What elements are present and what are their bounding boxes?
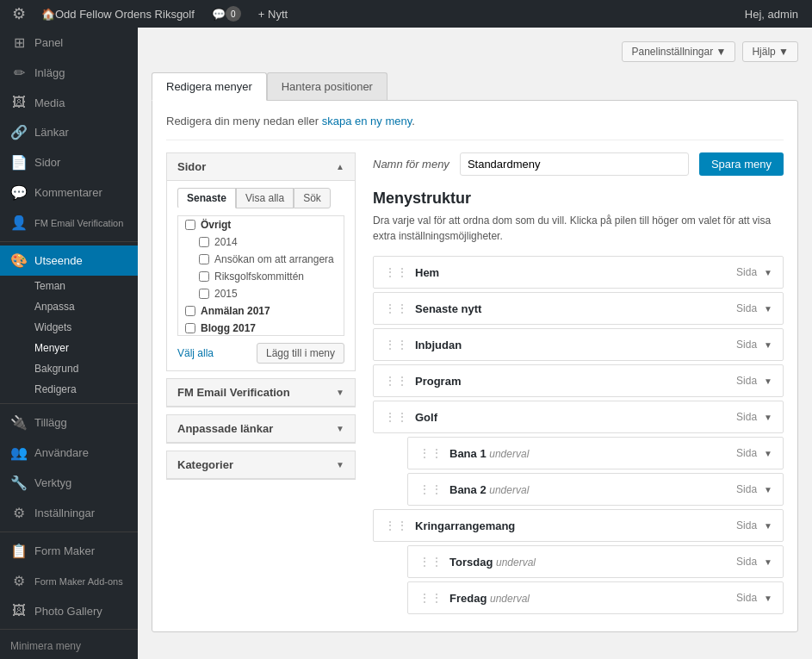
submenu-menyer[interactable]: Menyer xyxy=(0,338,138,358)
fredag-chevron[interactable]: ▼ xyxy=(764,594,772,603)
menu-item-fredag: ⋮⋮ Fredag underval Sida ▼ xyxy=(407,581,784,614)
bana1-chevron[interactable]: ▼ xyxy=(764,449,772,458)
sidebar-item-media[interactable]: 🖼 Media xyxy=(0,88,138,117)
drag-handle[interactable]: ⋮⋮ xyxy=(384,374,408,388)
list-item: Blogg 2017 xyxy=(178,320,344,336)
help-button[interactable]: Hjälp ▼ xyxy=(742,41,798,62)
tab-visa-alla[interactable]: Visa alla xyxy=(236,188,294,208)
tab-sok[interactable]: Sök xyxy=(294,188,331,208)
inbjudan-chevron[interactable]: ▼ xyxy=(764,340,772,350)
create-menu-link[interactable]: skapa en ny meny xyxy=(322,115,412,127)
sidor-list: Övrigt 2014 Ansökan om att arrangera xyxy=(177,215,344,336)
tab-hantera[interactable]: Hantera positioner xyxy=(267,72,387,100)
list-item: Övrigt xyxy=(178,216,344,233)
list-item: Anmälan 2017 xyxy=(178,302,344,320)
form-maker-addons-icon: ⚙ xyxy=(10,573,28,589)
torsdag-chevron[interactable]: ▼ xyxy=(764,557,772,567)
hem-chevron[interactable]: ▼ xyxy=(764,268,772,277)
tab-redigera[interactable]: Redigera menyer xyxy=(152,72,267,101)
menu-item-program: ⋮⋮ Program Sida ▼ xyxy=(373,364,784,397)
anpassade-section-header[interactable]: Anpassade länkar ▼ xyxy=(167,415,355,443)
list-item: 2014 xyxy=(178,233,344,251)
sidor-tabs: Senaste Visa alla Sök xyxy=(177,188,344,208)
drag-handle[interactable]: ⋮⋮ xyxy=(384,302,408,315)
adminbar-greeting[interactable]: Hej, admin xyxy=(738,0,805,28)
submenu-teman[interactable]: Teman xyxy=(0,276,138,296)
sidebar-item-tillagg[interactable]: 🔌 Tillägg xyxy=(0,407,138,438)
notice-text: Redigera din meny nedan eller skapa en n… xyxy=(166,115,784,127)
tab-senaste[interactable]: Senaste xyxy=(177,188,236,208)
admin-bar: ⚙ 🏠 Odd Fellow Ordens Riksgolf 💬 0 + Nyt… xyxy=(0,0,812,28)
menu-structure-desc: Dra varje val för att ordna dom som du v… xyxy=(373,213,784,244)
select-all-link[interactable]: Välj alla xyxy=(177,347,214,359)
save-menu-button[interactable]: Spara meny xyxy=(699,152,784,176)
ansokan-checkbox[interactable] xyxy=(199,254,209,264)
adminbar-right: Hej, admin xyxy=(738,0,805,28)
sidebar-item-fm-email[interactable]: 👤 FM Email Verification xyxy=(0,208,138,238)
drag-handle[interactable]: ⋮⋮ xyxy=(384,410,408,424)
add-to-menu-button[interactable]: Lägg till i meny xyxy=(257,343,344,364)
menu-items-list: ⋮⋮ Hem Sida ▼ ⋮⋮ Senaste nytt xyxy=(373,256,784,614)
anpassade-section: Anpassade länkar ▼ xyxy=(166,414,356,444)
adminbar-site-name[interactable]: 🏠 Odd Fellow Ordens Riksgolf xyxy=(34,0,201,28)
menu-sep-2 xyxy=(0,403,138,404)
menu-sep-4 xyxy=(0,629,138,630)
submenu-anpassa[interactable]: Anpassa xyxy=(0,296,138,317)
anmalan-checkbox[interactable] xyxy=(185,306,195,316)
adminbar-new[interactable]: + Nytt xyxy=(251,0,294,28)
adminbar-comments[interactable]: 💬 0 xyxy=(205,0,248,28)
sidebar-item-installningar[interactable]: ⚙ Inställningar xyxy=(0,498,138,528)
2015-checkbox[interactable] xyxy=(199,289,209,299)
program-chevron[interactable]: ▼ xyxy=(764,376,772,386)
menu-sep-1 xyxy=(0,241,138,242)
sidebar-item-kommentarer[interactable]: 💬 Kommentarer xyxy=(0,177,138,208)
drag-handle[interactable]: ⋮⋮ xyxy=(384,338,408,351)
blogg-checkbox[interactable] xyxy=(185,323,195,333)
drag-handle[interactable]: ⋮⋮ xyxy=(384,519,408,532)
menu-name-row: Namn för meny Spara meny xyxy=(373,152,784,176)
media-icon: 🖼 xyxy=(10,95,28,110)
sidebar-item-anvandare[interactable]: 👥 Användare xyxy=(0,438,138,468)
sidebar-item-lankar[interactable]: 🔗 Länkar xyxy=(0,117,138,147)
ovrigt-checkbox[interactable] xyxy=(185,220,195,230)
top-toolbar: Panelinställningar ▼ Hjälp ▼ xyxy=(152,41,798,62)
photo-gallery-icon: 🖼 xyxy=(10,603,28,619)
sidebar-item-panel[interactable]: ⊞ Panel xyxy=(0,28,138,58)
sidebar-item-form-maker-addons[interactable]: ⚙ Form Maker Add-ons xyxy=(0,566,138,596)
drag-handle[interactable]: ⋮⋮ xyxy=(418,555,443,569)
drag-handle[interactable]: ⋮⋮ xyxy=(418,591,443,605)
minimize-menu-button[interactable]: Minimera meny xyxy=(0,633,138,659)
panel-settings-button[interactable]: Panelinställningar ▼ xyxy=(622,41,735,62)
wp-logo[interactable]: ⚙ xyxy=(7,0,31,28)
sidor-section-header[interactable]: Sidor ▲ xyxy=(167,153,355,181)
menu-item-golf: ⋮⋮ Golf Sida ▼ xyxy=(373,401,784,433)
riksgolf-checkbox[interactable] xyxy=(199,271,209,282)
fm-email-icon: 👤 xyxy=(10,214,28,231)
kringarrangemang-chevron[interactable]: ▼ xyxy=(764,521,772,531)
kategorier-section-header[interactable]: Kategorier ▼ xyxy=(167,451,355,479)
menu-item-bana2: ⋮⋮ Bana 2 underval Sida ▼ xyxy=(407,473,784,506)
sidebar-item-photo-gallery[interactable]: 🖼 Photo Gallery xyxy=(0,596,138,625)
utseende-icon: 🎨 xyxy=(10,252,28,269)
sidebar-item-sidor[interactable]: 📄 Sidor xyxy=(0,147,138,177)
menu-structure-title: Menystruktur xyxy=(373,190,784,208)
2014-checkbox[interactable] xyxy=(199,237,209,247)
sidebar-item-form-maker[interactable]: 📋 Form Maker xyxy=(0,536,138,566)
sidebar-item-inlagg[interactable]: ✏ Inlägg xyxy=(0,58,138,88)
submenu-widgets[interactable]: Widgets xyxy=(0,317,138,338)
drag-handle[interactable]: ⋮⋮ xyxy=(384,265,408,279)
senaste-nytt-chevron[interactable]: ▼ xyxy=(764,304,772,314)
sidebar-item-verktyg[interactable]: 🔧 Verktyg xyxy=(0,468,138,498)
drag-handle[interactable]: ⋮⋮ xyxy=(418,482,443,496)
bana2-chevron[interactable]: ▼ xyxy=(764,485,772,494)
submenu-redigera[interactable]: Redigera xyxy=(0,379,138,400)
golf-chevron[interactable]: ▼ xyxy=(764,413,772,422)
sidor-footer: Välj alla Lägg till i meny xyxy=(177,343,344,364)
menu-name-input[interactable] xyxy=(460,152,689,176)
submenu-bakgrund[interactable]: Bakgrund xyxy=(0,358,138,379)
drag-handle[interactable]: ⋮⋮ xyxy=(418,446,443,460)
kommentarer-icon: 💬 xyxy=(10,184,28,201)
sidebar-item-utseende[interactable]: 🎨 Utseende xyxy=(0,246,138,276)
anvandare-icon: 👥 xyxy=(10,445,28,461)
fm-email-section-header[interactable]: FM Email Verification ▼ xyxy=(167,379,355,407)
